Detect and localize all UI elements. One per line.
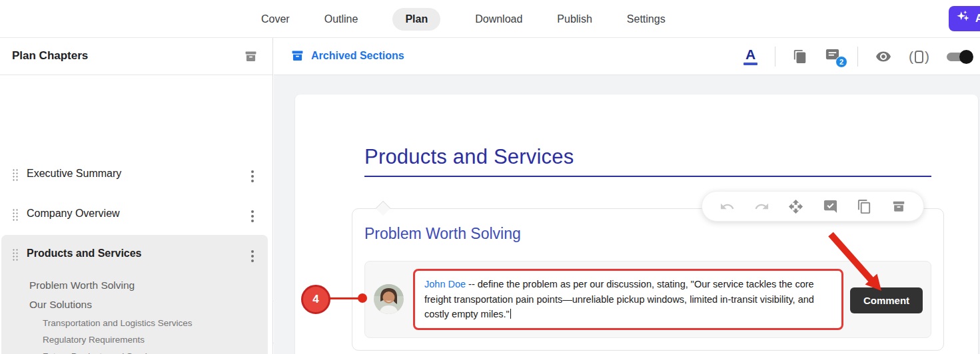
block-floating-toolbar xyxy=(702,191,924,222)
chapter-title: Products and Services xyxy=(364,145,574,169)
tab-download[interactable]: Download xyxy=(475,13,522,25)
sidebar-header: Plan Chapters xyxy=(0,38,273,75)
plan-chapters-sidebar: Executive Summary Company Overview Produ… xyxy=(0,75,273,354)
chapter-title-rule xyxy=(364,176,931,177)
ai-button-label: AI xyxy=(975,13,980,25)
toolbar-divider xyxy=(775,47,775,67)
annotation-connector-dot xyxy=(358,293,367,303)
drag-handle-icon[interactable] xyxy=(12,168,19,182)
kebab-menu-icon[interactable] xyxy=(248,207,256,226)
undo-icon[interactable] xyxy=(720,199,735,214)
archive-icon[interactable] xyxy=(891,199,906,214)
sidebar-title: Plan Chapters xyxy=(12,49,88,63)
comment-button[interactable]: Comment xyxy=(850,287,923,313)
sidebar-item-our-solutions[interactable]: Our Solutions xyxy=(29,299,92,311)
sidebar-item-executive-summary[interactable]: Executive Summary xyxy=(0,160,273,190)
kebab-menu-icon[interactable] xyxy=(248,167,256,186)
editor-toolbar: A 2 () xyxy=(743,38,971,75)
archived-sections-link[interactable]: Archived Sections xyxy=(290,49,404,63)
tab-settings[interactable]: Settings xyxy=(627,13,666,25)
tab-publish[interactable]: Publish xyxy=(557,13,592,25)
comment-check-icon[interactable] xyxy=(823,199,838,214)
toggle-switch[interactable] xyxy=(947,50,971,63)
kebab-menu-icon[interactable] xyxy=(248,247,256,266)
eye-icon[interactable] xyxy=(875,49,891,65)
move-icon[interactable] xyxy=(788,199,803,214)
copy-pages-icon[interactable] xyxy=(793,49,807,64)
tab-cover[interactable]: Cover xyxy=(261,13,290,25)
sidebar-item-regulatory-requirements[interactable]: Regulatory Requirements xyxy=(43,335,145,345)
archived-sections-label: Archived Sections xyxy=(311,50,404,62)
archive-chapters-icon[interactable] xyxy=(244,49,258,66)
sidebar-item-transportation-logistics[interactable]: Transportation and Logistics Services xyxy=(43,318,193,328)
format-color-text-icon[interactable]: A xyxy=(743,48,757,65)
drag-handle-icon[interactable] xyxy=(12,248,19,262)
annotation-step-badge: 4 xyxy=(301,285,330,314)
drag-handle-icon[interactable] xyxy=(12,208,19,222)
text-cursor xyxy=(510,309,512,319)
comment-input[interactable]: John Doe -- define the problem as per ou… xyxy=(413,269,843,330)
tab-plan[interactable]: Plan xyxy=(392,8,440,31)
sidebar-item-products-and-services[interactable]: Products and Services xyxy=(0,240,273,269)
comment-text: -- define the problem as per our discuss… xyxy=(424,279,814,319)
comments-count-badge: 2 xyxy=(835,56,847,68)
tab-outline[interactable]: Outline xyxy=(324,13,358,25)
sidebar-item-problem-worth-solving[interactable]: Problem Worth Solving xyxy=(29,279,135,291)
comment-author-link[interactable]: John Doe xyxy=(424,279,466,289)
copy-icon[interactable] xyxy=(857,199,872,214)
editor-header: Archived Sections A 2 () xyxy=(274,38,980,75)
mobile-preview-icon[interactable]: () xyxy=(909,49,929,65)
ai-assistant-button[interactable]: AI xyxy=(949,6,980,31)
sidebar-item-company-overview[interactable]: Company Overview xyxy=(0,200,273,230)
nav-tabs: Cover Outline Plan Download Publish Sett… xyxy=(261,0,666,38)
redo-icon[interactable] xyxy=(754,199,769,214)
toolbar-divider xyxy=(857,47,858,67)
sidebar-item-future-products[interactable]: Future Products and Services xyxy=(43,351,161,354)
avatar xyxy=(374,284,404,314)
comments-icon[interactable]: 2 xyxy=(825,48,840,66)
section-title: Problem Worth Solving xyxy=(364,225,521,243)
archive-icon xyxy=(290,49,304,63)
sparkles-icon xyxy=(954,9,971,29)
top-nav-bar: Cover Outline Plan Download Publish Sett… xyxy=(0,0,980,38)
